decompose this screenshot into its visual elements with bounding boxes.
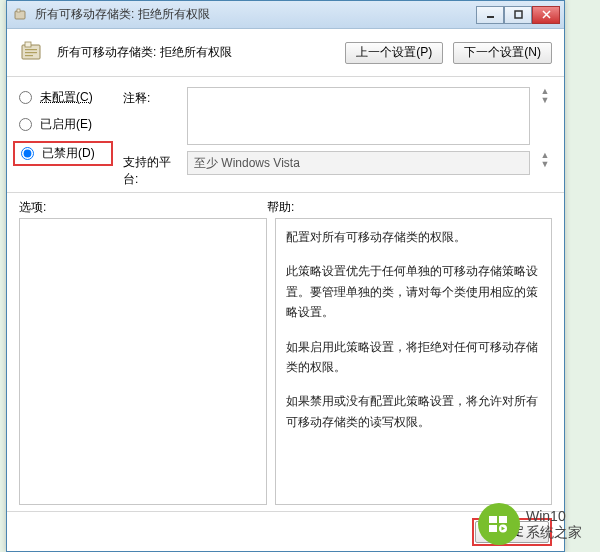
svg-rect-5 (25, 42, 31, 47)
nav-buttons: 上一个设置(P) 下一个设置(N) (345, 42, 552, 64)
scroll-down-icon[interactable]: ▼ (538, 96, 552, 105)
supported-platform-value: 至少 Windows Vista (194, 155, 300, 172)
help-paragraph: 此策略设置优先于任何单独的可移动存储策略设置。要管理单独的类，请对每个类使用相应… (286, 261, 541, 322)
next-setting-button[interactable]: 下一个设置(N) (453, 42, 552, 64)
titlebar: 所有可移动存储类: 拒绝所有权限 (7, 1, 564, 29)
supported-platform-box: 至少 Windows Vista (187, 151, 530, 175)
radio-disabled-label: 已禁用(D) (42, 145, 95, 162)
policy-title: 所有可移动存储类: 拒绝所有权限 (57, 44, 345, 61)
svg-rect-10 (499, 516, 507, 523)
fields-column: 注释: ▲ ▼ 支持的平台: 至少 Windows Vista ▲ ▼ (123, 87, 552, 188)
comment-textarea[interactable] (187, 87, 530, 145)
minimize-button[interactable] (476, 6, 504, 24)
radio-enabled[interactable]: 已启用(E) (19, 116, 107, 133)
comment-scroll[interactable]: ▲ ▼ (538, 87, 552, 105)
options-label: 选项: (19, 199, 267, 216)
radio-enabled-input[interactable] (19, 118, 32, 131)
section-labels: 选项: 帮助: (7, 193, 564, 218)
state-radios: 未配置(C) 已启用(E) 已禁用(D) (19, 87, 107, 188)
close-button[interactable] (532, 6, 560, 24)
svg-rect-9 (489, 516, 497, 523)
help-paragraph: 如果禁用或没有配置此策略设置，将允许对所有可移动存储类的读写权限。 (286, 391, 541, 432)
window-title: 所有可移动存储类: 拒绝所有权限 (35, 6, 476, 23)
help-label: 帮助: (267, 199, 294, 216)
watermark: Win10 系统之家 (478, 502, 596, 546)
radio-not-configured[interactable]: 未配置(C) (19, 89, 107, 106)
svg-rect-7 (25, 52, 37, 53)
scroll-down-icon[interactable]: ▼ (538, 160, 552, 169)
maximize-button[interactable] (504, 6, 532, 24)
radio-enabled-label: 已启用(E) (40, 116, 92, 133)
configuration-area: 未配置(C) 已启用(E) 已禁用(D) 注释: ▲ ▼ (7, 77, 564, 193)
watermark-logo-icon (478, 503, 520, 545)
svg-rect-6 (25, 49, 37, 50)
options-panel[interactable] (19, 218, 267, 505)
header-row: 所有可移动存储类: 拒绝所有权限 上一个设置(P) 下一个设置(N) (7, 29, 564, 77)
platform-row: 支持的平台: 至少 Windows Vista ▲ ▼ (123, 151, 552, 188)
policy-dialog-window: 所有可移动存储类: 拒绝所有权限 所有可移动存储类: 拒绝所有权限 (6, 0, 565, 552)
platform-label: 支持的平台: (123, 151, 179, 188)
platform-scroll[interactable]: ▲ ▼ (538, 151, 552, 169)
radio-disabled[interactable]: 已禁用(D) (21, 145, 95, 162)
panels: 配置对所有可移动存储类的权限。 此策略设置优先于任何单独的可移动存储策略设置。要… (7, 218, 564, 511)
svg-rect-1 (17, 9, 20, 12)
svg-rect-8 (25, 55, 33, 56)
help-paragraph: 配置对所有可移动存储类的权限。 (286, 227, 541, 247)
svg-rect-3 (515, 11, 522, 18)
svg-rect-11 (489, 525, 497, 532)
radio-not-configured-input[interactable] (19, 91, 32, 104)
watermark-line1: Win10 (526, 508, 582, 524)
watermark-text: Win10 系统之家 (526, 508, 582, 540)
svg-rect-2 (487, 16, 494, 18)
window-buttons (476, 6, 560, 24)
radio-not-configured-label: 未配置(C) (40, 89, 93, 106)
help-paragraph: 如果启用此策略设置，将拒绝对任何可移动存储类的权限。 (286, 337, 541, 378)
previous-setting-button[interactable]: 上一个设置(P) (345, 42, 443, 64)
radio-disabled-input[interactable] (21, 147, 34, 160)
policy-icon (19, 39, 47, 67)
help-panel[interactable]: 配置对所有可移动存储类的权限。 此策略设置优先于任何单独的可移动存储策略设置。要… (275, 218, 552, 505)
watermark-line2: 系统之家 (526, 524, 582, 540)
highlight-disabled: 已禁用(D) (13, 141, 113, 166)
app-icon (13, 7, 29, 23)
comment-row: 注释: ▲ ▼ (123, 87, 552, 145)
comment-label: 注释: (123, 87, 179, 107)
